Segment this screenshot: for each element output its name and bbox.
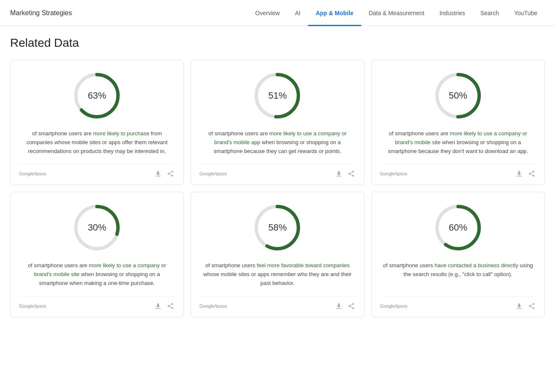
card-2-donut: 51%: [252, 70, 303, 121]
card-6-source: Google/Ipsos: [380, 303, 408, 309]
card-1-footer: Google/Ipsos: [19, 164, 175, 178]
svg-rect-26: [156, 308, 161, 309]
card-3-percent-label: 50%: [449, 90, 467, 101]
card-4: 30% of smartphone users are more likely …: [10, 192, 184, 317]
card-5-donut: 58%: [252, 202, 303, 253]
card-3-footer: Google/Ipsos: [380, 164, 536, 178]
card-2-highlight: more likely to use a company or brand's …: [214, 130, 346, 145]
svg-line-47: [530, 306, 534, 308]
svg-line-39: [349, 306, 353, 308]
nav-item-youtube[interactable]: YouTube: [507, 0, 545, 26]
svg-rect-10: [336, 176, 341, 177]
card-1-share-button[interactable]: [166, 169, 175, 178]
main-content: Related Data 63% of smartphone users are…: [0, 26, 555, 328]
card-grid: 63% of smartphone users are more likely …: [10, 60, 545, 317]
card-3-highlight: more likely to use a company or brand's …: [395, 130, 527, 145]
nav-item-industries[interactable]: Industries: [432, 0, 473, 26]
svg-line-7: [169, 174, 172, 176]
svg-line-23: [530, 174, 534, 176]
card-1-highlight: more likely to purchase: [93, 130, 150, 137]
card-4-percent-label: 30%: [88, 222, 106, 233]
header: Marketing Strategies OverviewAIApp & Mob…: [0, 0, 555, 26]
card-5-percent-label: 58%: [268, 222, 287, 233]
card-6-download-button[interactable]: [515, 302, 523, 310]
card-4-download-button[interactable]: [154, 302, 162, 310]
brand-name: Marketing Strategies: [10, 9, 72, 17]
card-1: 63% of smartphone users are more likely …: [10, 60, 184, 185]
card-4-footer: Google/Ipsos: [19, 296, 175, 310]
card-1-text: of smartphone users are more likely to p…: [19, 129, 175, 156]
svg-line-31: [169, 306, 172, 308]
svg-line-38: [349, 304, 353, 306]
svg-line-14: [349, 172, 353, 174]
card-1-donut: 63%: [72, 70, 122, 121]
card-3-text: of smartphone users are more likely to u…: [380, 129, 536, 156]
card-5-text: of smartphone users feel more favorable …: [199, 261, 355, 287]
card-6-highlight: have contacted a business directly: [434, 262, 518, 268]
card-6: 60% of smartphone users have contacted a…: [371, 192, 545, 317]
card-4-actions: [154, 302, 175, 310]
card-6-actions: [515, 302, 536, 310]
nav-item-search[interactable]: Search: [473, 0, 507, 26]
card-3-share-button[interactable]: [528, 169, 536, 178]
card-2-percent-label: 51%: [268, 90, 287, 101]
card-2-source: Google/Ipsos: [199, 171, 227, 176]
nav-item-ai[interactable]: AI: [287, 0, 308, 26]
card-4-text: of smartphone users are more likely to u…: [19, 261, 175, 287]
page-title: Related Data: [10, 36, 545, 50]
svg-rect-2: [156, 176, 161, 177]
card-1-actions: [154, 169, 175, 178]
svg-line-6: [169, 172, 172, 174]
card-5-source: Google/Ipsos: [199, 303, 227, 309]
card-6-footer: Google/Ipsos: [380, 296, 536, 310]
card-5-download-button[interactable]: [335, 302, 343, 310]
card-5-highlight: feel more favorable toward companies: [257, 262, 349, 268]
card-1-download-button[interactable]: [154, 169, 162, 178]
svg-rect-42: [517, 308, 522, 309]
nav: OverviewAIApp & MobileData & Measurement…: [248, 0, 545, 26]
svg-line-15: [349, 174, 353, 176]
card-2: 51% of smartphone users are more likely …: [190, 60, 364, 185]
svg-rect-18: [517, 176, 522, 177]
svg-line-30: [169, 304, 172, 306]
svg-line-22: [530, 172, 534, 174]
card-5-actions: [335, 302, 356, 310]
card-3-download-button[interactable]: [515, 169, 523, 178]
card-6-percent-label: 60%: [449, 222, 467, 233]
card-1-percent-label: 63%: [88, 90, 106, 101]
card-5: 58% of smartphone users feel more favora…: [190, 192, 364, 317]
card-3-donut: 50%: [433, 70, 483, 121]
card-2-text: of smartphone users are more likely to u…: [199, 129, 355, 156]
card-5-share-button[interactable]: [347, 302, 356, 310]
card-6-donut: 60%: [433, 202, 483, 253]
card-1-source: Google/Ipsos: [19, 171, 46, 176]
card-2-download-button[interactable]: [335, 169, 343, 178]
card-4-source: Google/Ipsos: [19, 303, 46, 309]
card-3-source: Google/Ipsos: [380, 171, 408, 176]
nav-item-data---measurement[interactable]: Data & Measurement: [361, 0, 432, 26]
card-5-footer: Google/Ipsos: [199, 296, 355, 310]
card-6-text: of smartphone users have contacted a bus…: [380, 261, 536, 287]
card-4-highlight: more likely to use a company or brand's …: [34, 262, 166, 277]
card-4-donut: 30%: [72, 202, 122, 253]
card-6-share-button[interactable]: [528, 302, 536, 310]
svg-rect-34: [336, 308, 341, 309]
nav-item-overview[interactable]: Overview: [248, 0, 287, 26]
card-2-actions: [335, 169, 356, 178]
card-4-share-button[interactable]: [166, 302, 175, 310]
nav-item-app---mobile[interactable]: App & Mobile: [308, 0, 361, 26]
card-3-actions: [515, 169, 536, 178]
svg-line-46: [530, 304, 534, 306]
card-2-share-button[interactable]: [347, 169, 356, 178]
card-3: 50% of smartphone users are more likely …: [371, 60, 545, 185]
card-2-footer: Google/Ipsos: [199, 164, 355, 178]
